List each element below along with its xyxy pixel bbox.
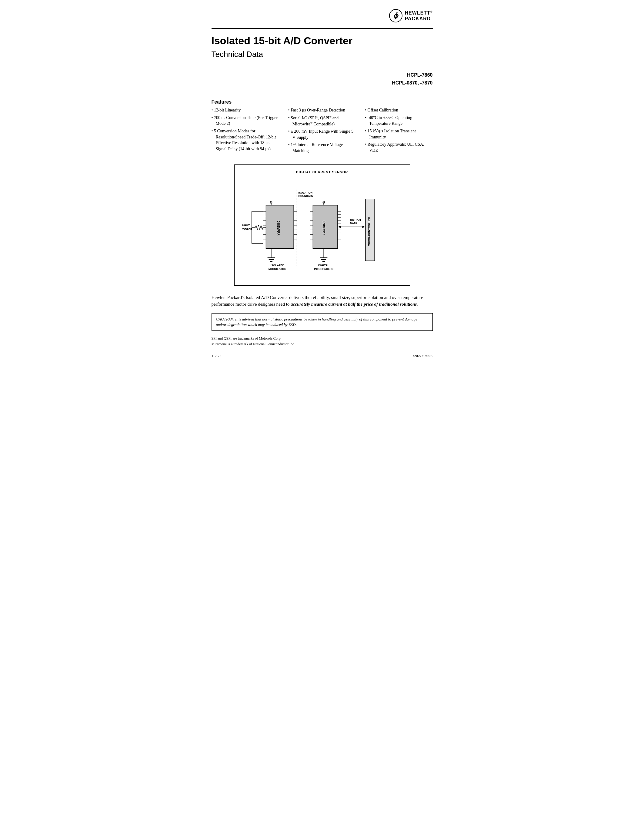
hp-logo-line1: HEWLETT® — [405, 10, 433, 16]
feature-item-1-1: 12-bit Linearity — [211, 107, 279, 113]
trademark-2: Microwire is a trademark of National Sem… — [211, 341, 433, 347]
part-numbers: HCPL-7860 HCPL-0870, -7870 — [211, 71, 433, 87]
description-bold-italic: accurately measure current at half the p… — [291, 302, 418, 307]
part-number-2: HCPL-0870, -7870 — [211, 79, 433, 87]
part-rule — [322, 93, 433, 93]
feature-item-2-1: Fast 3 μs Over-Range Detection — [288, 107, 356, 113]
features-section: Features 12-bit Linearity 700 ns Convers… — [211, 99, 433, 155]
part-number-1: HCPL-7860 — [211, 71, 433, 79]
hp-logo-circle: ɸ — [389, 9, 402, 23]
top-rule — [211, 28, 433, 29]
trademarks: SPI and QSPI are trademarks of Motorola … — [211, 336, 433, 347]
svg-text:INTERFACE IC: INTERFACE IC — [314, 267, 333, 270]
feature-col-2: Fast 3 μs Over-Range Detection Serial I/… — [288, 107, 356, 155]
svg-text:MODULATOR: MODULATOR — [268, 267, 286, 270]
diagram-title: DIGITAL CURRENT SENSOR — [242, 170, 402, 174]
feature-item-2-4: 1% Internal Reference Voltage Matching — [288, 142, 356, 154]
footer-right: 5965-5255E — [413, 354, 433, 359]
page-footer: 1-260 5965-5255E — [211, 352, 433, 359]
feature-col-1: 12-bit Linearity 700 ns Conversion Time … — [211, 107, 279, 153]
svg-text:MICRO-CONTROLLER: MICRO-CONTROLLER — [367, 217, 370, 246]
diagram-inner: INPUT CURRENT HP7860 — [242, 177, 402, 280]
features-heading: Features — [211, 99, 433, 105]
trademark-1: SPI and QSPI are trademarks of Motorola … — [211, 336, 433, 341]
svg-text:ISOLATION: ISOLATION — [298, 191, 312, 194]
svg-marker-53 — [338, 225, 341, 228]
page-header: ɸ HEWLETT® PACKARD — [211, 9, 433, 23]
hp-logo-text: HEWLETT® PACKARD — [405, 10, 433, 21]
svg-text:BOUNDARY: BOUNDARY — [298, 195, 313, 198]
hp-logo-line2: PACKARD — [405, 16, 433, 21]
svg-text:DIGITAL: DIGITAL — [318, 264, 329, 267]
feature-item-1-3: 5 Conversion Modes for Resolution/Speed … — [211, 128, 279, 152]
footer-left: 1-260 — [211, 354, 221, 359]
sub-title: Technical Data — [211, 50, 433, 59]
feature-item-2-2: Serial I/O (SPI®, QSPI® and Microwire® C… — [288, 115, 356, 127]
feature-col-3: Offset Calibration -40°C to +85°C Operat… — [365, 107, 433, 155]
svg-text:CURRENT: CURRENT — [242, 227, 253, 230]
description: Hewlett-Packard's Isolated A/D Converter… — [211, 294, 433, 308]
feature-item-3-2: -40°C to +85°C Operating Temperature Ran… — [365, 115, 433, 127]
svg-text:OUTPUT: OUTPUT — [350, 218, 361, 221]
svg-text:INPUT: INPUT — [242, 224, 250, 227]
features-columns: 12-bit Linearity 700 ns Conversion Time … — [211, 107, 433, 155]
diagram-svg: INPUT CURRENT HP7860 — [242, 177, 402, 280]
feature-item-3-1: Offset Calibration — [365, 107, 433, 113]
svg-text:YYWW: YYWW — [322, 225, 326, 235]
feature-item-3-3: 15 kV/μs Isolation Transient Immunity — [365, 128, 433, 140]
feature-item-3-4: Regulatory Approvals; UL, CSA, VDE — [365, 142, 433, 153]
caution-box: CAUTION: It is advised that normal stati… — [211, 313, 433, 331]
feature-item-2-3: ± 200 mV Input Range with Single 5 V Sup… — [288, 129, 356, 140]
svg-text:ISOLATED: ISOLATED — [270, 264, 284, 267]
feature-item-1-2: 700 ns Conversion Time (Pre-Trigger Mode… — [211, 115, 279, 127]
svg-text:DATA: DATA — [350, 222, 357, 224]
hp-logo: ɸ HEWLETT® PACKARD — [389, 9, 433, 23]
svg-marker-54 — [362, 225, 365, 228]
caution-text: CAUTION: It is advised that normal stati… — [216, 317, 418, 327]
main-title: Isolated 15-bit A/D Converter — [211, 35, 433, 47]
svg-text:YYWW: YYWW — [277, 225, 280, 235]
diagram-container: DIGITAL CURRENT SENSOR INPUT CURRENT — [234, 164, 410, 286]
